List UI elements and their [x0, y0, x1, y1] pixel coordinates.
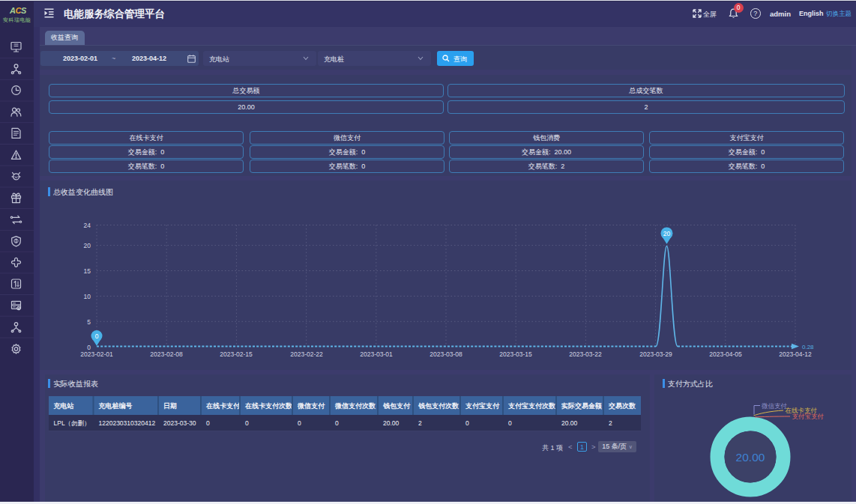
- svg-text:2023-02-01: 2023-02-01: [80, 350, 113, 358]
- svg-text:2023-02-15: 2023-02-15: [220, 350, 253, 358]
- svg-text:2023-02-22: 2023-02-22: [290, 350, 323, 358]
- svg-text:20: 20: [663, 230, 671, 237]
- svg-text:5: 5: [87, 318, 91, 326]
- svg-text:支付宝支付: 支付宝支付: [792, 413, 825, 420]
- svg-text:微信支付: 微信支付: [762, 402, 788, 410]
- svg-text:2023-03-01: 2023-03-01: [360, 350, 393, 358]
- svg-text:2023-03-29: 2023-03-29: [639, 350, 672, 358]
- svg-text:24: 24: [84, 222, 91, 229]
- svg-text:20: 20: [84, 242, 91, 249]
- svg-text:2023-04-05: 2023-04-05: [709, 350, 742, 358]
- svg-text:2023-03-08: 2023-03-08: [429, 350, 462, 358]
- svg-text:0.28: 0.28: [802, 344, 814, 350]
- svg-text:2023-03-15: 2023-03-15: [499, 350, 532, 358]
- svg-text:2023-02-08: 2023-02-08: [150, 350, 183, 358]
- svg-text:20.00: 20.00: [736, 451, 765, 464]
- svg-text:10: 10: [84, 293, 91, 300]
- svg-text:15: 15: [84, 267, 91, 275]
- svg-text:0: 0: [95, 333, 99, 340]
- svg-text:2023-03-22: 2023-03-22: [569, 350, 602, 358]
- svg-text:2023-04-12: 2023-04-12: [779, 350, 812, 358]
